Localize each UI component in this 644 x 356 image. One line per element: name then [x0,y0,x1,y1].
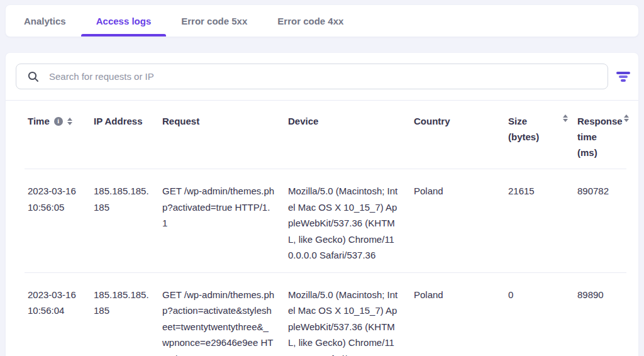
column-header-device: Device [285,101,411,169]
column-header-country-label: Country [414,116,450,126]
cell-size: 0 [505,272,574,356]
tab-access-logs-label: Access logs [96,16,152,26]
sort-icon-response-time[interactable] [624,114,629,122]
cell-device: Mozilla/5.0 (Macintosh; Intel Mac OS X 1… [285,272,411,356]
cell-request: GET /wp-admin/themes.php?activated=true … [159,169,285,273]
column-header-size: Size (bytes) [505,101,574,169]
filter-bar-top [616,72,630,74]
filter-bar-bottom [621,79,626,82]
tab-error-4xx-label: Error code 4xx [277,16,343,26]
column-header-response-time-label: Response time (ms) [577,113,616,160]
column-header-time-label: Time [28,113,50,129]
column-header-ip-label: IP Address [94,116,143,126]
table-header-row: Time IP Address Request Device Country [25,101,626,169]
filter-icon[interactable] [608,64,638,89]
column-header-request-label: Request [162,116,199,126]
column-header-ip: IP Address [91,101,159,169]
filter-bar-middle [619,75,628,78]
column-header-time: Time [25,101,91,169]
cell-time: 2023-03-16 10:56:04 [25,272,91,356]
info-icon[interactable] [54,117,63,126]
search-box [16,64,608,89]
tab-error-5xx-label: Error code 5xx [181,16,247,26]
tab-bar: Analytics Access logs Error code 5xx Err… [5,4,639,37]
access-logs-table: Time IP Address Request Device Country [25,101,626,356]
cell-response-time: 89890 [574,272,626,356]
search-section [6,53,638,101]
cell-size: 21615 [505,169,574,273]
cell-response-time: 890782 [574,169,626,273]
column-header-request: Request [159,101,285,169]
cell-device: Mozilla/5.0 (Macintosh; Intel Mac OS X 1… [285,169,411,273]
column-header-device-label: Device [288,116,318,126]
tab-error-4xx[interactable]: Error code 4xx [262,5,358,36]
cell-country: Poland [411,169,505,273]
cell-time: 2023-03-16 10:56:05 [25,169,91,273]
column-header-response-time: Response time (ms) [574,101,626,169]
tab-access-logs[interactable]: Access logs [81,5,167,36]
cell-request: GET /wp-admin/themes.php?action=activate… [159,272,285,356]
tab-analytics[interactable]: Analytics [9,5,81,36]
cell-country: Poland [411,272,505,356]
column-header-size-label: Size (bytes) [508,113,553,145]
search-icon [28,71,39,82]
cell-ip: 185.185.185.185 [91,169,159,273]
sort-icon-size[interactable] [563,114,568,122]
table-row: 2023-03-16 10:56:05 185.185.185.185 GET … [25,169,626,273]
search-input[interactable] [49,71,599,82]
column-header-country: Country [411,101,505,169]
table-row: 2023-03-16 10:56:04 185.185.185.185 GET … [25,272,626,356]
tab-error-5xx[interactable]: Error code 5xx [166,5,262,36]
access-logs-panel: Time IP Address Request Device Country [5,52,639,356]
sort-icon-time[interactable] [67,118,72,125]
cell-ip: 185.185.185.185 [91,272,159,356]
tab-analytics-label: Analytics [24,16,66,26]
